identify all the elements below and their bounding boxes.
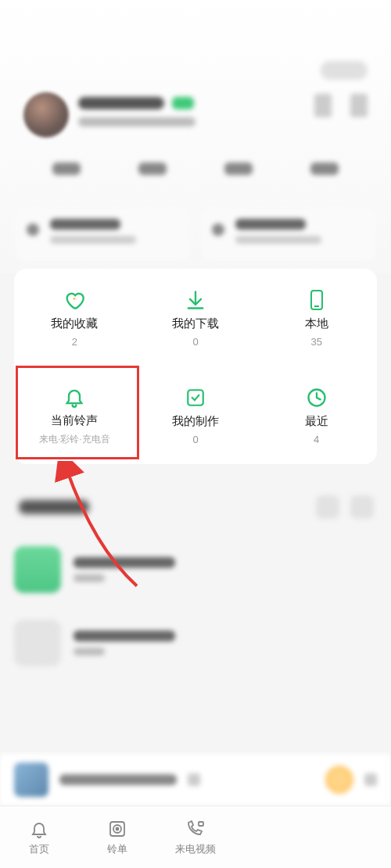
section-actions-blurred [316, 495, 374, 519]
top-action-icons-blurred [314, 94, 368, 117]
grid-label: 我的制作 [172, 414, 219, 429]
grid-current-ringtone[interactable]: 当前铃声 来电·彩铃·充电音 [14, 366, 135, 464]
grid-sub: 来电·彩铃·充电音 [39, 433, 110, 446]
now-playing-bar-blurred [0, 754, 391, 805]
vip-cards-blurred [16, 208, 375, 261]
grid-label: 本地 [305, 316, 328, 331]
quick-access-grid: 我的收藏 2 我的下载 0 本地 35 当前铃声 来电·彩铃·充电音 我的制作 … [14, 269, 377, 464]
phone-icon [305, 288, 328, 312]
disc-icon [107, 819, 127, 839]
heart-icon [63, 288, 86, 312]
username-badge-blurred [172, 97, 194, 109]
grid-recent[interactable]: 最近 4 [256, 366, 377, 464]
grid-count: 0 [192, 336, 198, 348]
tab-call-video[interactable]: 来电视频 [156, 819, 235, 856]
list-item-blurred [14, 539, 377, 600]
clock-icon [305, 386, 328, 409]
grid-label: 最近 [305, 414, 328, 429]
avatar-blurred [23, 92, 69, 138]
username-blurred [78, 97, 164, 109]
grid-local[interactable]: 本地 35 [256, 269, 377, 366]
svg-rect-3 [188, 390, 203, 405]
grid-my-creations[interactable]: 我的制作 0 [135, 366, 256, 464]
user-subtext-blurred [78, 117, 196, 127]
download-icon [184, 288, 207, 312]
phone-video-icon [185, 819, 206, 839]
bell-outline-icon [29, 819, 49, 839]
tab-label: 铃单 [107, 842, 127, 856]
tab-home[interactable]: 首页 [0, 819, 78, 856]
grid-label: 我的收藏 [51, 316, 98, 331]
grid-count: 2 [72, 336, 77, 348]
list-item-blurred [14, 613, 377, 673]
svg-rect-8 [199, 822, 203, 826]
grid-favorites[interactable]: 我的收藏 2 [14, 269, 135, 366]
svg-point-0 [74, 297, 76, 299]
bell-icon [63, 385, 86, 409]
check-square-icon [184, 386, 207, 409]
tab-label: 来电视频 [175, 842, 216, 856]
grid-count: 0 [192, 434, 198, 445]
tab-playlist[interactable]: 铃单 [78, 819, 156, 856]
section-heading-blurred [19, 500, 89, 514]
grid-downloads[interactable]: 我的下载 0 [135, 269, 256, 366]
svg-point-7 [117, 827, 119, 830]
settings-pill-blurred [321, 61, 368, 80]
grid-label: 当前铃声 [51, 413, 98, 428]
section-tabs-blurred [0, 163, 391, 184]
grid-count: 35 [310, 336, 321, 348]
grid-count: 4 [314, 434, 319, 445]
grid-label: 我的下载 [172, 316, 219, 331]
tab-label: 首页 [29, 842, 49, 856]
bottom-tabbar: 首页 铃单 来电视频 [0, 805, 391, 868]
